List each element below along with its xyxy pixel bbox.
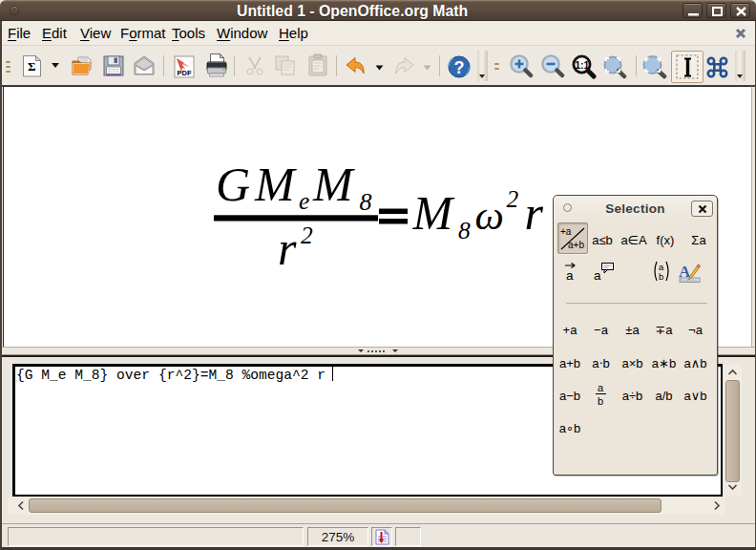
svg-text:8: 8 <box>458 217 471 244</box>
svg-text:2: 2 <box>301 222 313 249</box>
svg-text:a: a <box>598 382 604 393</box>
svg-text:+a: +a <box>560 226 572 237</box>
svg-text:r: r <box>525 186 544 240</box>
svg-text:2: 2 <box>507 185 519 213</box>
svg-text:M: M <box>312 158 355 211</box>
svg-text:b: b <box>598 395 603 407</box>
svg-text:8: 8 <box>360 188 372 216</box>
svg-text:r: r <box>278 222 297 275</box>
svg-text:b: b <box>659 271 663 282</box>
svg-text:G: G <box>216 158 250 211</box>
svg-text:M: M <box>254 158 297 211</box>
svg-text:M: M <box>412 186 455 240</box>
svg-text:e: e <box>299 187 309 215</box>
svg-text:ω: ω <box>475 193 504 238</box>
